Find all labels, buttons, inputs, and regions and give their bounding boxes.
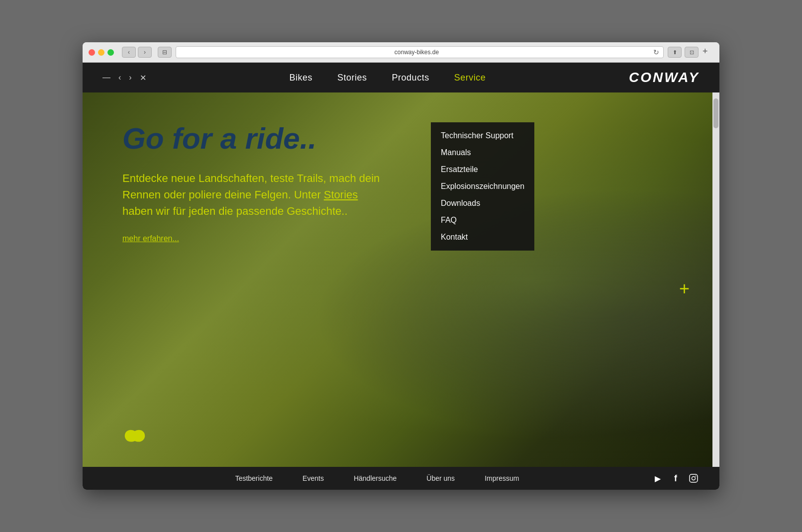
close-icon[interactable]: ✕ [140, 73, 146, 83]
scrollbar-thumb[interactable] [713, 98, 718, 128]
forward-button[interactable]: › [138, 47, 152, 58]
hero-section: Technischer Support Manuals Ersatzteile … [83, 92, 719, 467]
nav-service[interactable]: Service [454, 73, 486, 83]
svg-point-0 [133, 435, 137, 440]
close-button[interactable] [89, 49, 95, 56]
footer-ueber-uns[interactable]: Über uns [426, 474, 455, 482]
dropdown-item-downloads[interactable]: Downloads [431, 195, 534, 212]
footer-events[interactable]: Events [302, 474, 324, 482]
footer-social-icons: ▶ f [652, 472, 700, 484]
address-bar[interactable]: conway-bikes.de ↻ [176, 46, 664, 58]
dropdown-item-kontakt[interactable]: Kontakt [431, 229, 534, 246]
dropdown-item-explosionszeichnungen[interactable]: Explosionszeichnungen [431, 178, 534, 195]
svg-rect-1 [690, 474, 698, 482]
mehr-erfahren-link[interactable]: mehr erfahren... [122, 234, 179, 243]
back-button[interactable]: ‹ [122, 47, 136, 58]
footer-testberichte[interactable]: Testberichte [235, 474, 273, 482]
maximize-button[interactable] [107, 49, 114, 56]
minimize-button[interactable] [98, 49, 104, 56]
url-text: conway-bikes.de [180, 49, 653, 56]
header-tool-icons: — ‹ › ✕ [102, 73, 146, 83]
footer-nav: Testberichte Events Händlersuche Über un… [102, 474, 652, 482]
reading-mode-button[interactable]: ⊟ [158, 47, 172, 58]
browser-chrome: ‹ › ⊟ conway-bikes.de ↻ ⬆ ⊡ + [83, 42, 719, 63]
stories-link[interactable]: Stories [324, 188, 358, 201]
svg-point-3 [696, 476, 697, 477]
svg-point-2 [692, 477, 696, 480]
site-header: — ‹ › ✕ Bikes Stories Products Service C… [83, 63, 719, 92]
share-button[interactable]: ⬆ [668, 47, 682, 58]
browser-actions: ⬆ ⊡ [668, 47, 699, 58]
reload-icon[interactable]: ↻ [653, 48, 659, 56]
facebook-icon[interactable]: f [670, 472, 682, 484]
browser-nav: ‹ › [122, 47, 152, 58]
forward-arrow-icon[interactable]: › [129, 73, 131, 82]
instagram-icon[interactable] [688, 472, 700, 484]
hero-content: Go for a ride.. Entdecke neue Landschaft… [83, 92, 421, 273]
site-footer: Testberichte Events Händlersuche Über un… [83, 467, 719, 490]
hero-title: Go for a ride.. [122, 122, 381, 155]
main-nav: Bikes Stories Products Service [146, 73, 629, 83]
service-dropdown: Technischer Support Manuals Ersatzteile … [431, 122, 534, 251]
plus-icon: + [679, 280, 690, 298]
dropdown-item-manuals[interactable]: Manuals [431, 144, 534, 161]
browser-window: ‹ › ⊟ conway-bikes.de ↻ ⬆ ⊡ + — ‹ › ✕ Bi… [83, 42, 719, 490]
nav-products[interactable]: Products [392, 73, 429, 83]
hero-subtitle: Entdecke neue Landschaften, teste Trails… [122, 170, 381, 219]
back-arrow-icon[interactable]: ‹ [118, 73, 121, 82]
site-logo: CONWAY [629, 70, 700, 86]
traffic-lights [89, 49, 114, 56]
footer-haendlersuche[interactable]: Händlersuche [354, 474, 397, 482]
dropdown-item-faq[interactable]: FAQ [431, 212, 534, 229]
scrollbar[interactable] [712, 92, 719, 467]
nav-stories[interactable]: Stories [337, 73, 367, 83]
dropdown-item-ersatzteile[interactable]: Ersatzteile [431, 161, 534, 178]
nav-bikes[interactable]: Bikes [290, 73, 313, 83]
add-tab-button[interactable]: + [702, 47, 713, 58]
footer-impressum[interactable]: Impressum [485, 474, 519, 482]
website-content: — ‹ › ✕ Bikes Stories Products Service C… [83, 63, 719, 490]
dropdown-item-technischer-support[interactable]: Technischer Support [431, 127, 534, 144]
menu-icon[interactable]: — [102, 73, 110, 82]
play-icon[interactable]: ▶ [652, 472, 664, 484]
new-tab-button[interactable]: ⊡ [685, 47, 699, 58]
brand-icon [122, 427, 147, 447]
